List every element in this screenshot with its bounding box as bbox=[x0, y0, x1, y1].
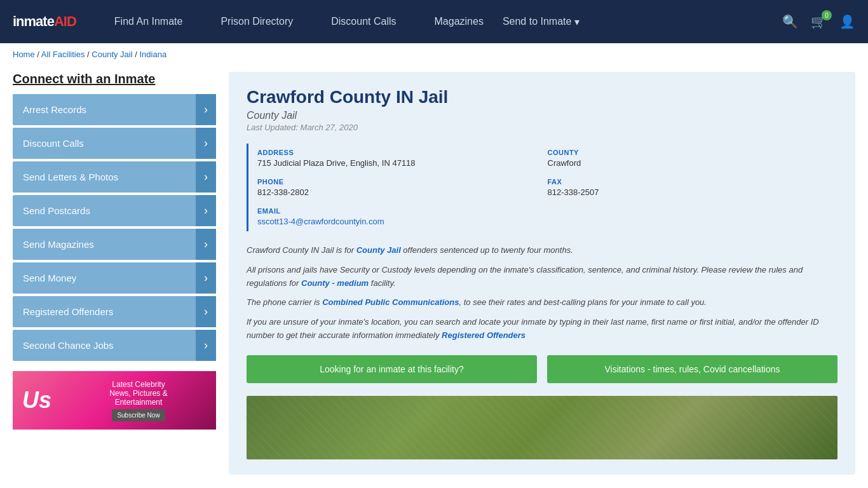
desc-3: The phone carrier is Combined Public Com… bbox=[247, 296, 837, 309]
cart-icon[interactable]: 🛒 0 bbox=[811, 14, 827, 29]
main-nav: Find An Inmate Prison Directory Discount… bbox=[95, 0, 782, 43]
header-icons: 🔍 🛒 0 👤 bbox=[782, 14, 855, 29]
chevron-right-icon: › bbox=[196, 161, 216, 193]
sidebar-item-send-letters[interactable]: Send Letters & Photos › bbox=[13, 161, 216, 193]
sidebar-item-send-magazines[interactable]: Send Magazines › bbox=[13, 229, 216, 260]
last-updated: Last Updated: March 27, 2020 bbox=[247, 123, 837, 132]
address-label: ADDRESS bbox=[257, 149, 548, 156]
email-block: EMAIL sscott13-4@crawfordcountyin.com bbox=[257, 202, 837, 231]
email-value[interactable]: sscott13-4@crawfordcountyin.com bbox=[257, 217, 837, 226]
sidebar-item-discount-calls[interactable]: Discount Calls › bbox=[13, 128, 216, 159]
dropdown-arrow-icon: ▾ bbox=[574, 16, 580, 28]
sidebar-item-send-money[interactable]: Send Money › bbox=[13, 262, 216, 294]
breadcrumb-all-facilities[interactable]: All Facilities bbox=[41, 50, 85, 59]
breadcrumb: Home / All Facilities / County Jail / In… bbox=[0, 43, 868, 65]
sidebar-label-second-chance-jobs: Second Chance Jobs bbox=[23, 340, 114, 351]
chevron-right-icon: › bbox=[196, 262, 216, 294]
county-label: COUNTY bbox=[548, 149, 838, 156]
nav-magazines[interactable]: Magazines bbox=[416, 0, 503, 43]
ad-banner[interactable]: Us Latest Celebrity News, Pictures & Ent… bbox=[13, 371, 216, 430]
phone-carrier-link[interactable]: Combined Public Communications bbox=[322, 297, 459, 307]
connect-title: Connect with an Inmate bbox=[13, 72, 216, 86]
breadcrumb-county-jail[interactable]: County Jail bbox=[92, 50, 132, 59]
phone-block: PHONE 812-338-2802 bbox=[257, 173, 548, 202]
nav-send-to-inmate[interactable]: Send to Inmate ▾ bbox=[503, 16, 580, 28]
nav-discount-calls[interactable]: Discount Calls bbox=[312, 0, 415, 43]
sidebar-label-send-postcards: Send Postcards bbox=[23, 205, 90, 216]
sidebar-label-send-letters: Send Letters & Photos bbox=[23, 172, 118, 182]
chevron-right-icon: › bbox=[196, 94, 216, 125]
desc-2: All prisons and jails have Security or C… bbox=[247, 264, 837, 290]
facility-content: Crawford County IN Jail County Jail Last… bbox=[229, 72, 855, 475]
chevron-right-icon: › bbox=[196, 128, 216, 159]
registered-offenders-link[interactable]: Registered Offenders bbox=[442, 330, 526, 340]
cart-badge: 0 bbox=[822, 10, 832, 20]
address-block: ADDRESS 715 Judicial Plaza Drive, Englis… bbox=[257, 144, 548, 173]
desc-1: Crawford County IN Jail is for County Ja… bbox=[247, 244, 837, 257]
sidebar-label-registered-offenders: Registered Offenders bbox=[23, 306, 113, 317]
county-jail-link[interactable]: County Jail bbox=[356, 245, 401, 255]
logo-text: inmateAID bbox=[13, 13, 76, 30]
chevron-right-icon: › bbox=[196, 296, 216, 327]
phone-value: 812-338-2802 bbox=[257, 187, 548, 197]
facility-info-grid: ADDRESS 715 Judicial Plaza Drive, Englis… bbox=[247, 144, 837, 231]
breadcrumb-home[interactable]: Home bbox=[13, 50, 35, 59]
chevron-right-icon: › bbox=[196, 330, 216, 361]
logo[interactable]: inmateAID bbox=[13, 13, 76, 30]
sidebar-item-send-postcards[interactable]: Send Postcards › bbox=[13, 195, 216, 226]
fax-value: 812-338-2507 bbox=[548, 187, 838, 197]
phone-label: PHONE bbox=[257, 178, 548, 186]
sidebar-item-second-chance-jobs[interactable]: Second Chance Jobs › bbox=[13, 330, 216, 361]
ad-text: Latest Celebrity News, Pictures & Entert… bbox=[61, 374, 216, 428]
facility-title: Crawford County IN Jail bbox=[247, 87, 837, 107]
county-block: COUNTY Crawford bbox=[548, 144, 838, 173]
sidebar: Connect with an Inmate Arrest Records › … bbox=[13, 72, 216, 475]
find-inmate-button[interactable]: Looking for an inmate at this facility? bbox=[247, 355, 537, 383]
desc-4: If you are unsure of your inmate's locat… bbox=[247, 316, 837, 342]
fax-block: FAX 812-338-2507 bbox=[548, 173, 838, 202]
sidebar-item-arrest-records[interactable]: Arrest Records › bbox=[13, 94, 216, 125]
nav-find-inmate[interactable]: Find An Inmate bbox=[95, 0, 202, 43]
breadcrumb-state[interactable]: Indiana bbox=[139, 50, 166, 59]
site-header: inmateAID Find An Inmate Prison Director… bbox=[0, 0, 868, 43]
sidebar-label-send-money: Send Money bbox=[23, 273, 76, 283]
sidebar-label-arrest-records: Arrest Records bbox=[23, 104, 86, 115]
county-value: Crawford bbox=[548, 158, 838, 168]
search-icon[interactable]: 🔍 bbox=[782, 14, 798, 29]
nav-prison-directory[interactable]: Prison Directory bbox=[201, 0, 312, 43]
email-label: EMAIL bbox=[257, 207, 837, 215]
visitations-button[interactable]: Visitations - times, rules, Covid cancel… bbox=[547, 355, 837, 383]
chevron-right-icon: › bbox=[196, 229, 216, 260]
sidebar-label-discount-calls: Discount Calls bbox=[23, 138, 84, 149]
chevron-right-icon: › bbox=[196, 195, 216, 226]
county-medium-link[interactable]: County - medium bbox=[301, 278, 369, 288]
ad-logo: Us bbox=[13, 381, 61, 420]
fax-label: FAX bbox=[548, 178, 838, 186]
main-content: Connect with an Inmate Arrest Records › … bbox=[0, 65, 868, 481]
user-icon[interactable]: 👤 bbox=[839, 14, 855, 29]
facility-type: County Jail bbox=[247, 110, 837, 121]
action-buttons: Looking for an inmate at this facility? … bbox=[247, 355, 837, 383]
sidebar-label-send-magazines: Send Magazines bbox=[23, 239, 94, 250]
aerial-image bbox=[247, 396, 837, 459]
sidebar-item-registered-offenders[interactable]: Registered Offenders › bbox=[13, 296, 216, 327]
address-value: 715 Judicial Plaza Drive, English, IN 47… bbox=[257, 158, 548, 168]
ad-subscribe-button[interactable]: Subscribe Now bbox=[112, 409, 165, 421]
